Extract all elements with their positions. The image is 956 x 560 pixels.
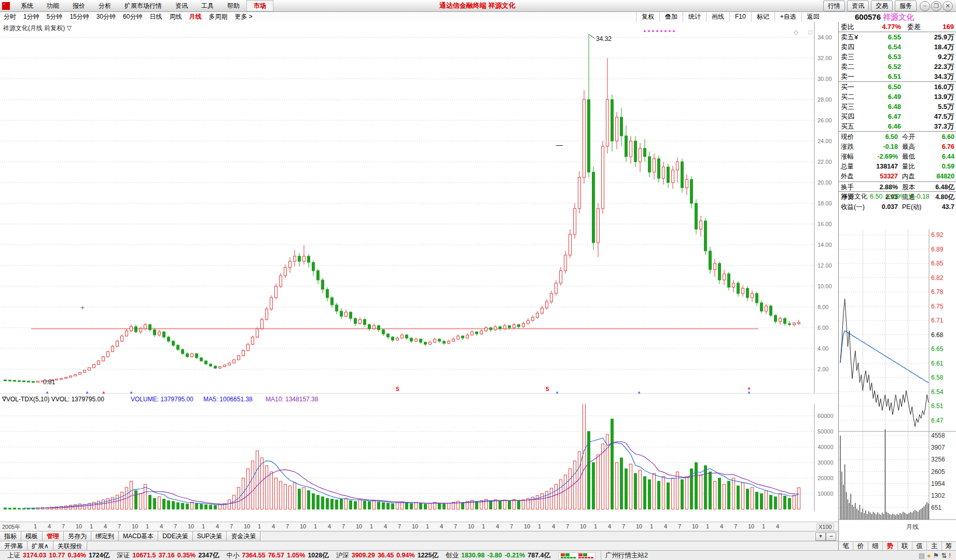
svg-text:34.32: 34.32 [596,35,612,43]
buy-row-5[interactable]: 买五6.4637.3万 [839,121,956,131]
minimize-button[interactable]: − [920,1,930,11]
period-tab-60分钟[interactable]: 60分钟 [119,12,146,22]
bottom-tab-模板[interactable]: 模板 [21,531,43,541]
x-axis-tick: 1 [650,523,653,529]
zoom-out-button[interactable]: − [826,533,836,541]
svg-text:1954: 1954 [931,480,945,487]
quote-label: 现价 [839,132,868,142]
period-tab-1分钟[interactable]: 1分钟 [20,12,43,22]
ob-amount: 9.2万 [901,52,956,62]
index-segment-沪深[interactable]: 沪深3909.2936.450.94%1225亿 [336,551,438,560]
index-segment-中小[interactable]: 中小7364.5576.571.05%1028亿 [226,551,328,560]
index-value: 3909.29 [352,552,375,559]
window-title: 通达信金融终端 祥源文化 [363,1,591,10]
x-axis-tick: 4 [104,523,107,529]
top-button-服务[interactable]: 服务 [895,1,917,11]
zoom-in-button[interactable]: + [815,533,826,541]
period-tab-30分钟[interactable]: 30分钟 [93,12,119,22]
tool-button-复权[interactable]: 复权 [636,12,659,22]
period-tab-5分钟[interactable]: 5分钟 [43,12,66,22]
menu-item-系统[interactable]: 系统 [14,0,40,11]
tool-button-返回[interactable]: 返回 [801,12,825,22]
sell-row-3[interactable]: 卖三6.539.2万 [839,52,956,62]
bottom-tab-指标[interactable]: 指标 [0,531,21,541]
menu-item-market[interactable]: 市场 [246,0,273,11]
mini-header-item: -2.69% [885,193,906,200]
index-segment-深证[interactable]: 深证10671.537.160.35%2347亿 [117,551,219,560]
bottom-tab-另存为[interactable]: 另存为 [64,531,91,541]
buy-row-4[interactable]: 买四6.4747.5万 [839,111,956,121]
trend-block [583,553,587,556]
buy-row-2[interactable]: 买二6.4913.9万 [839,92,956,102]
status-icon-0[interactable]: ▤ [919,552,927,559]
period-tab-周线[interactable]: 周线 [165,12,185,22]
volume-chart[interactable]: 70000600005000040000300002000010000 [0,393,838,511]
bottom-tab-DDE决策[interactable]: DDE决策 [158,531,192,541]
ob-amount: 18.4万 [901,42,956,52]
menu-item-扩展市场行情[interactable]: 扩展市场行情 [118,0,169,11]
status-icon-1[interactable]: ● [927,552,933,559]
tool-button-标记[interactable]: 标记 [751,12,774,22]
quote-value: 6.60 [925,132,956,142]
bottom-tab-SUP决策[interactable]: SUP决策 [193,531,227,541]
index-segment-上证[interactable]: 上证3174.0310.770.34%1724亿 [7,551,109,560]
period-tab-日线[interactable]: 日线 [146,12,165,22]
restore-button[interactable]: ❐ [931,1,941,11]
period-tab-月线[interactable]: 月线 [185,12,205,22]
server-name[interactable]: 广州行情主站2 [601,551,648,560]
close-button[interactable]: ✕ [943,1,953,11]
volume-indicator-header[interactable]: ▲▲▲▲▲▲▲▲SS∇VOL-TDX(5,10) VVOL: 1379795.0… [0,393,838,404]
top-button-行情[interactable]: 行情 [823,1,845,11]
status-icon-3[interactable]: ⇅ [941,552,949,559]
tool-button-画线[interactable]: 画线 [706,12,729,22]
x-axis-tick: 4 [776,523,779,529]
candlestick-chart[interactable]: 34.0032.0030.0028.0026.0024.0022.0020.00… [0,22,838,393]
chart-title[interactable]: 祥源文化(月线 前复权) ▽ [3,24,72,33]
tool-button-+自选[interactable]: +自选 [774,12,801,22]
menu-item-报价[interactable]: 报价 [66,0,92,11]
top-button-资讯[interactable]: 资讯 [847,1,869,11]
ob-label: 卖四 [839,42,869,52]
ob-amount: 16.0万 [901,82,956,92]
buy-row-1[interactable]: 买一6.5016.0万 [839,82,956,92]
indicator-tab-bar: 指标模板管理另存为绑定到MACD基本DDE决策SUP决策资金决策+− [0,531,838,541]
event-arrow-icon: ▲ [555,390,559,395]
period-tab-15分钟[interactable]: 15分钟 [66,12,92,22]
bottom-tab-绑定到[interactable]: 绑定到 [91,531,119,541]
x-axis-tick: 1 [146,523,149,529]
sell-row-4[interactable]: 卖四6.5418.4万 [839,42,956,52]
chart-corner-icons[interactable]: ◇ □ [794,29,816,36]
sell-row-5[interactable]: 卖五¥6.5525.9万 [839,32,956,42]
trend-block [564,557,566,558]
period-tab-多周期[interactable]: 多周期 [205,12,231,22]
menu-item-资讯[interactable]: 资讯 [169,0,195,11]
menu-item-分析[interactable]: 分析 [92,0,118,11]
intraday-mini-chart[interactable]: 6.926.896.856.826.786.756.716.686.656.61… [839,229,956,523]
status-icon-4[interactable]: ! [949,552,953,559]
svg-text:28.00: 28.00 [818,96,832,103]
period-tab-更多 >[interactable]: 更多 > [231,12,256,22]
sell-row-1[interactable]: 卖一6.5134.3万 [839,72,956,81]
ob-label: 卖五¥ [839,32,869,42]
menu-item-帮助[interactable]: 帮助 [220,0,246,11]
tool-button-叠加[interactable]: 叠加 [659,12,683,22]
ob-label: 买三 [839,102,869,111]
menu-item-功能[interactable]: 功能 [40,0,66,11]
bottom-tab-资金决策[interactable]: 资金决策 [227,531,260,541]
index-segment-创业[interactable]: 创业1830.98-3.80-0.21%787.4亿 [446,551,550,560]
top-button-交易[interactable]: 交易 [871,1,893,11]
vol-indicator-text: ∇VOL-TDX(5,10) VVOL: 1379795.00 [2,396,104,403]
x-axis-tick: 7 [62,523,65,529]
sell-row-2[interactable]: 卖二6.5222.3万 [839,62,956,72]
buy-row-3[interactable]: 买三6.485.5万 [839,102,956,111]
bottom-tab-管理[interactable]: 管理 [43,531,64,541]
x-axis-tick: 7 [454,523,457,529]
period-tab-分时[interactable]: 分时 [0,12,20,22]
tool-button-统计[interactable]: 统计 [683,12,706,22]
menu-item-工具[interactable]: 工具 [195,0,220,11]
x-axis-tick: 4 [552,523,555,529]
svg-text:6.78: 6.78 [931,288,944,296]
tool-button-F10[interactable]: F10 [729,12,751,22]
bottom-tab-MACD基本[interactable]: MACD基本 [119,531,158,541]
status-icon-2[interactable]: ⚑ [933,552,941,559]
